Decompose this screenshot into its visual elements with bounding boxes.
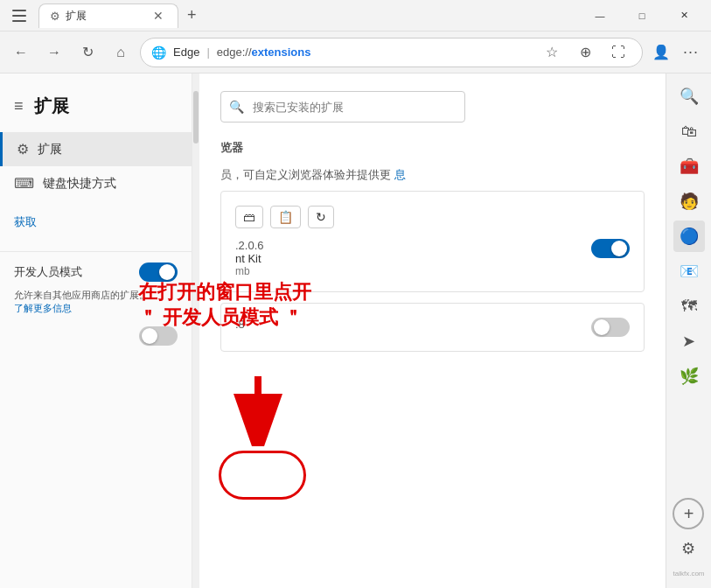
sidebar-nav: ⚙ 扩展 ⌨ 键盘快捷方式 — [0, 132, 192, 200]
dev-mode-toggle-wrap — [139, 262, 178, 282]
scrollbar-thumb — [193, 91, 199, 144]
panel-add-button[interactable]: + — [673, 498, 704, 529]
description-link[interactable]: 息 — [394, 168, 406, 181]
extension-card-2: .8 — [220, 303, 645, 352]
profile-button[interactable]: 👤 — [648, 39, 674, 66]
address-separator: | — [206, 46, 209, 59]
browser-tab[interactable]: ⚙ 扩展 ✕ — [38, 4, 178, 28]
ext-export-btn[interactable]: 📋 — [270, 206, 301, 228]
url-path: extensions — [252, 46, 311, 59]
edge-panel: 🔍 🛍 🧰 🧑 🔵 📧 🗺 ➤ 🌿 + ⚙ talkfx.com — [666, 74, 711, 588]
refresh-button[interactable]: ↻ — [73, 38, 101, 66]
content-area: 🔍 览器 员，可自定义浏览器体验并提供更 息 🗃 📋 ↻ — [199, 74, 666, 588]
get-extensions-section: 获取 — [0, 200, 192, 244]
favorite-button[interactable]: ☆ — [539, 39, 565, 66]
dev-mode-label: 开发人员模式 — [14, 264, 82, 280]
ext-card-toggle[interactable] — [591, 239, 630, 258]
panel-shop-btn[interactable]: 🛍 — [673, 116, 705, 147]
browser-description: 员，可自定义浏览器体验并提供更 息 — [220, 166, 645, 184]
other-toggle-knob — [142, 328, 157, 344]
maximize-button[interactable]: □ — [622, 4, 662, 28]
ext-archive-btn[interactable]: 🗃 — [235, 206, 263, 228]
tab-favicon: ⚙ — [50, 10, 60, 23]
svg-rect-0 — [12, 10, 26, 11]
extensions-button[interactable]: ⛶ — [605, 39, 631, 66]
address-icons: 👤 ··· — [648, 39, 704, 66]
home-button[interactable]: ⌂ — [107, 38, 135, 66]
hamburger-menu[interactable]: ≡ — [14, 97, 24, 116]
address-brand: Edge — [173, 46, 199, 59]
scrollbar[interactable] — [192, 74, 199, 588]
tab-title: 扩展 — [66, 9, 144, 24]
ext-info: .2.0.6 nt Kit mb — [235, 239, 630, 277]
tab-area: ⚙ 扩展 ✕ + — [7, 4, 573, 28]
ext-card-toolbar: 🗃 📋 ↻ — [235, 206, 630, 228]
new-tab-button[interactable]: + — [182, 4, 202, 26]
panel-tools-btn[interactable]: 🧰 — [673, 150, 705, 182]
panel-map-btn[interactable]: 🗺 — [673, 290, 705, 322]
address-bar: ← → ↻ ⌂ 🌐 Edge | edge://extensions ☆ ⊕ ⛶… — [0, 32, 711, 74]
title-bar: ⚙ 扩展 ✕ + — □ ✕ — [0, 0, 711, 32]
close-window-button[interactable]: ✕ — [664, 4, 704, 28]
ext-size: mb — [235, 265, 591, 277]
dev-mode-toggle[interactable] — [139, 262, 178, 282]
panel-leaf-btn[interactable]: 🌿 — [673, 360, 705, 392]
sidebar-extensions-label: 扩展 — [38, 142, 62, 158]
panel-circle-btn[interactable]: 🔵 — [673, 220, 705, 252]
sidebar-header: ≡ 扩展 — [0, 88, 192, 132]
url-protocol: edge:// — [217, 46, 252, 59]
ext-details: .2.0.6 nt Kit mb — [235, 239, 591, 277]
main-area: ≡ 扩展 ⚙ 扩展 ⌨ 键盘快捷方式 获取 — [0, 74, 711, 588]
collections-button[interactable]: ⊕ — [572, 39, 598, 66]
ext-card-toggle-knob-2 — [594, 319, 610, 335]
ext-card-toggle-2[interactable] — [591, 318, 630, 337]
panel-bottom: + ⚙ talkfx.com — [673, 498, 704, 581]
tab-close-button[interactable]: ✕ — [150, 7, 167, 24]
ext-name: nt Kit — [235, 252, 591, 265]
sidebar-keyboard-label: 键盘快捷方式 — [43, 176, 116, 192]
ext-details-2: .8 — [235, 318, 591, 331]
dev-mode-row: 开发人员模式 — [14, 262, 178, 282]
panel-arrow-btn[interactable]: ➤ — [673, 326, 705, 357]
dev-allow-text: 允许来自其他应用商店的扩展。 了解更多信息 — [14, 289, 178, 316]
address-input[interactable]: 🌐 Edge | edge://extensions ☆ ⊕ ⛶ — [140, 38, 643, 67]
browser-window: ⚙ 扩展 ✕ + — □ ✕ ← → ↻ ⌂ 🌐 Edge | edge://e… — [0, 0, 711, 588]
panel-search-btn[interactable]: 🔍 — [673, 80, 705, 112]
svg-rect-1 — [12, 15, 26, 17]
ext-refresh-btn[interactable]: ↻ — [308, 206, 334, 228]
panel-settings-btn[interactable]: ⚙ — [673, 533, 704, 564]
sidebar-item-extensions[interactable]: ⚙ 扩展 — [0, 132, 192, 166]
address-favicon: 🌐 — [151, 46, 166, 60]
extensions-nav-icon: ⚙ — [17, 141, 29, 158]
ext-version: .2.0.6 — [235, 239, 591, 252]
sidebar-toggle-icon[interactable] — [12, 10, 26, 22]
dev-mode-section: 开发人员模式 允许来自其他应用商店的扩展。 了解更多信息 — [0, 251, 192, 356]
extensions-page: ≡ 扩展 ⚙ 扩展 ⌨ 键盘快捷方式 获取 — [0, 74, 666, 588]
from-browser-label: 览器 — [220, 140, 645, 156]
sidebar: ≡ 扩展 ⚙ 扩展 ⌨ 键盘快捷方式 获取 — [0, 74, 192, 588]
panel-outlook-btn[interactable]: 📧 — [673, 256, 705, 287]
svg-rect-2 — [12, 20, 26, 22]
search-input[interactable] — [220, 91, 465, 122]
minimize-button[interactable]: — — [580, 4, 620, 28]
more-options-button[interactable]: ··· — [678, 39, 704, 66]
keyboard-nav-icon: ⌨ — [14, 175, 34, 192]
sidebar-title: 扩展 — [34, 94, 69, 118]
ext-card-toggle-knob — [611, 241, 627, 256]
search-bar: 🔍 — [220, 91, 645, 122]
learn-more-link[interactable]: 了解更多信息 — [14, 303, 72, 313]
search-icon: 🔍 — [229, 100, 244, 114]
forward-button[interactable]: → — [40, 38, 68, 66]
sidebar-item-keyboard[interactable]: ⌨ 键盘快捷方式 — [0, 166, 192, 200]
back-button[interactable]: ← — [7, 38, 35, 66]
extension-card: 🗃 📋 ↻ .2.0.6 nt Kit mb — [220, 191, 645, 292]
toggle-knob — [159, 264, 175, 280]
ext-version-2: .8 — [235, 318, 591, 331]
other-toggle[interactable] — [139, 326, 178, 346]
get-extensions-link[interactable]: 获取 — [14, 215, 37, 228]
ext-info-2: .8 — [235, 318, 630, 337]
window-controls: — □ ✕ — [580, 4, 704, 28]
address-url: edge://extensions — [217, 46, 311, 59]
panel-person-btn[interactable]: 🧑 — [673, 186, 705, 217]
watermark: talkfx.com — [673, 570, 704, 578]
